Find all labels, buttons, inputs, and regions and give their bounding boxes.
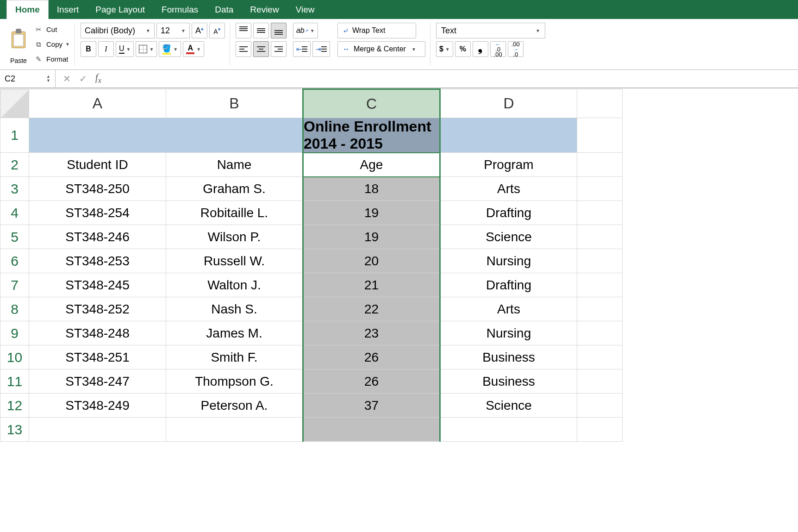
cell-a11[interactable]: ST348-247 xyxy=(29,369,166,394)
cell-e2[interactable] xyxy=(577,153,623,177)
cell-c9[interactable]: 23 xyxy=(303,321,440,345)
decrease-indent-button[interactable]: ⇤ xyxy=(293,41,311,57)
col-header-c[interactable]: C xyxy=(303,89,440,118)
cell-d5[interactable]: Science xyxy=(440,225,577,249)
row-header-12[interactable]: 12 xyxy=(0,394,29,418)
cell-c1-merged-title[interactable]: Online Enrollment 2014 - 2015 xyxy=(303,118,440,153)
cell-a6[interactable]: ST348-253 xyxy=(29,249,166,273)
tab-insert[interactable]: Insert xyxy=(49,0,87,19)
copy-button[interactable]: Copy ▼ xyxy=(33,38,70,51)
italic-button[interactable]: I xyxy=(98,41,114,57)
cell-a7[interactable]: ST348-245 xyxy=(29,273,166,297)
tab-review[interactable]: Review xyxy=(242,0,287,19)
cell-c4[interactable]: 19 xyxy=(303,201,440,225)
cell-d2[interactable]: Program xyxy=(440,153,577,177)
tab-data[interactable]: Data xyxy=(206,0,242,19)
cell-c8[interactable]: 22 xyxy=(303,297,440,321)
cell-b7[interactable]: Walton J. xyxy=(166,273,303,297)
decrease-font-button[interactable]: A▾ xyxy=(209,23,225,38)
cell-d6[interactable]: Nursing xyxy=(440,249,577,273)
borders-button[interactable]: ▼ xyxy=(136,41,157,57)
cell-b6[interactable]: Russell W. xyxy=(166,249,303,273)
cell-e10[interactable] xyxy=(577,345,623,369)
cell-b8[interactable]: Nash S. xyxy=(166,297,303,321)
cell-a1[interactable] xyxy=(29,118,303,153)
col-header-e[interactable] xyxy=(577,89,623,118)
row-header-2[interactable]: 2 xyxy=(0,153,29,177)
align-left-button[interactable] xyxy=(236,41,251,57)
row-header-1[interactable]: 1 xyxy=(0,118,29,153)
cell-d4[interactable]: Drafting xyxy=(440,201,577,225)
cell-c13[interactable] xyxy=(303,418,440,442)
cell-b13[interactable] xyxy=(166,418,303,442)
sheet-area[interactable]: A B C D 1 Online Enrollment 2014 - 2015 … xyxy=(0,88,798,532)
cell-e5[interactable] xyxy=(577,225,623,249)
cell-a5[interactable]: ST348-246 xyxy=(29,225,166,249)
cell-e6[interactable] xyxy=(577,249,623,273)
cell-b11[interactable]: Thompson G. xyxy=(166,369,303,394)
align-top-button[interactable] xyxy=(236,23,251,38)
cell-e13[interactable] xyxy=(577,418,623,442)
font-color-button[interactable]: A▼ xyxy=(183,41,204,57)
row-header-13[interactable]: 13 xyxy=(0,418,29,442)
row-header-7[interactable]: 7 xyxy=(0,273,29,297)
currency-button[interactable]: $▼ xyxy=(436,41,453,57)
tab-formulas[interactable]: Formulas xyxy=(153,0,206,19)
tab-page-layout[interactable]: Page Layout xyxy=(87,0,153,19)
row-header-8[interactable]: 8 xyxy=(0,297,29,321)
cell-c7[interactable]: 21 xyxy=(303,273,440,297)
col-header-b[interactable]: B xyxy=(166,89,303,118)
underline-button[interactable]: U▼ xyxy=(116,41,134,57)
tab-home[interactable]: Home xyxy=(6,0,49,19)
cell-a8[interactable]: ST348-252 xyxy=(29,297,166,321)
cell-e1[interactable] xyxy=(577,118,623,153)
cut-button[interactable]: Cut xyxy=(33,23,70,36)
name-box[interactable]: C2 ▲▼ xyxy=(0,70,56,88)
cell-c2[interactable]: Age xyxy=(303,153,440,177)
paste-button[interactable] xyxy=(6,23,31,55)
cell-d3[interactable]: Arts xyxy=(440,177,577,201)
cell-b10[interactable]: Smith F. xyxy=(166,345,303,369)
font-size-select[interactable]: 12 ▼ xyxy=(156,23,190,38)
font-name-select[interactable]: Calibri (Body) ▼ xyxy=(81,23,155,38)
cell-e7[interactable] xyxy=(577,273,623,297)
cell-b12[interactable]: Peterson A. xyxy=(166,394,303,418)
increase-indent-button[interactable]: ⇥ xyxy=(312,41,330,57)
cell-b9[interactable]: James M. xyxy=(166,321,303,345)
row-header-4[interactable]: 4 xyxy=(0,201,29,225)
percent-button[interactable]: % xyxy=(455,41,471,57)
cell-c10[interactable]: 26 xyxy=(303,345,440,369)
cell-e8[interactable] xyxy=(577,297,623,321)
cell-b3[interactable]: Graham S. xyxy=(166,177,303,201)
row-header-6[interactable]: 6 xyxy=(0,249,29,273)
cell-d8[interactable]: Arts xyxy=(440,297,577,321)
cell-c11[interactable]: 26 xyxy=(303,369,440,394)
cell-a13[interactable] xyxy=(29,418,166,442)
cell-a2[interactable]: Student ID xyxy=(29,153,166,177)
col-header-d[interactable]: D xyxy=(440,89,577,118)
comma-style-button[interactable]: ❟ xyxy=(473,41,488,57)
cell-d10[interactable]: Business xyxy=(440,345,577,369)
wrap-text-button[interactable]: ⤶ Wrap Text xyxy=(337,23,416,38)
cell-c12[interactable]: 37 xyxy=(303,394,440,418)
cell-d9[interactable]: Nursing xyxy=(440,321,577,345)
cell-c3[interactable]: 18 xyxy=(303,177,440,201)
cell-a3[interactable]: ST348-250 xyxy=(29,177,166,201)
col-header-a[interactable]: A xyxy=(29,89,166,118)
cancel-formula-button[interactable]: ✕ xyxy=(63,73,71,84)
cell-e9[interactable] xyxy=(577,321,623,345)
align-right-button[interactable] xyxy=(271,41,287,57)
cell-a4[interactable]: ST348-254 xyxy=(29,201,166,225)
cell-e3[interactable] xyxy=(577,177,623,201)
fill-color-button[interactable]: 🪣▼ xyxy=(159,41,181,57)
cell-e12[interactable] xyxy=(577,394,623,418)
row-header-10[interactable]: 10 xyxy=(0,345,29,369)
cell-d12[interactable]: Science xyxy=(440,394,577,418)
cell-b5[interactable]: Wilson P. xyxy=(166,225,303,249)
cell-c5[interactable]: 19 xyxy=(303,225,440,249)
cell-e11[interactable] xyxy=(577,369,623,394)
decrease-decimal-button[interactable]: .00→.0 xyxy=(508,41,524,57)
cell-c6[interactable]: 20 xyxy=(303,249,440,273)
orientation-button[interactable]: ab↗▼ xyxy=(293,23,318,38)
tab-view[interactable]: View xyxy=(287,0,323,19)
